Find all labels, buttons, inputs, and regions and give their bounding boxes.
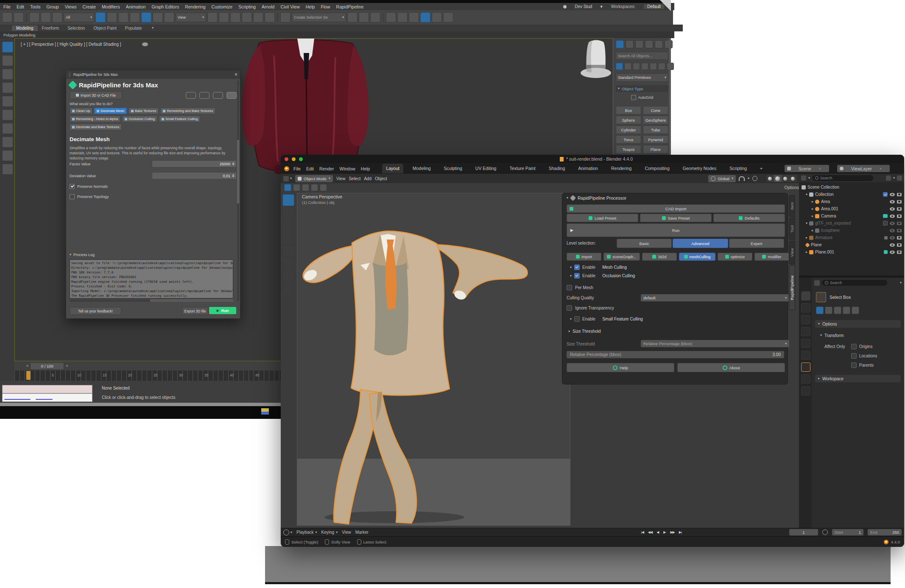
remeshing-holes-button[interactable]: Remeshing - Holes to Alpha [70, 116, 120, 122]
dialog-scrollbar-thumb[interactable] [237, 140, 239, 203]
menu-modifiers[interactable]: Modifiers [102, 4, 120, 9]
torus-button[interactable]: Torus [616, 135, 641, 144]
outliner-row-area001[interactable]: ▸ Area.001 [802, 205, 903, 212]
level-expert-button[interactable]: Expert [729, 239, 784, 248]
expand-icon[interactable]: ▾ [806, 193, 807, 196]
close-traffic-light[interactable] [285, 157, 288, 161]
minimize-traffic-light[interactable] [292, 157, 296, 161]
outliner-row-plane[interactable]: Plane [802, 241, 903, 248]
web-icon[interactable] [213, 92, 223, 99]
expand-icon[interactable]: ▸ [812, 229, 813, 232]
layer-explorer-icon[interactable] [2, 69, 13, 80]
snapshot-icon[interactable] [2, 150, 13, 161]
undo-icon[interactable] [2, 12, 12, 22]
menu-customize[interactable]: Customize [212, 4, 233, 9]
rotate-tool-icon[interactable] [282, 232, 294, 244]
ribbon-collapse-icon[interactable]: ▾ [152, 26, 154, 30]
sequencer-icon[interactable] [311, 184, 318, 191]
exclude-checkbox[interactable] [883, 192, 888, 197]
menu-help[interactable]: Help [306, 4, 315, 9]
ribbon-tab-freeform[interactable]: Freeform [38, 25, 64, 31]
tab-3d2d[interactable]: 3d2d [642, 253, 677, 261]
render-camera-icon[interactable] [897, 215, 902, 218]
outliner-row-scene-collection[interactable]: Scene Collection [802, 184, 903, 191]
cameras-icon[interactable] [641, 63, 648, 70]
tab-sculpting[interactable]: Sculpting [440, 164, 466, 173]
tool-variant-icon[interactable] [816, 307, 824, 314]
properties-nav-icon[interactable] [814, 280, 820, 286]
viewport-menu-view[interactable]: View [336, 176, 346, 181]
menu-arnold[interactable]: Arnold [262, 4, 274, 9]
shading-rendered-button[interactable] [789, 175, 797, 182]
select-and-scale-icon[interactable] [164, 12, 174, 22]
tab-layout[interactable]: Layout [382, 164, 403, 173]
ribbon-tab-modeling[interactable]: Modeling [12, 25, 38, 31]
menu-flow[interactable]: Flow [321, 4, 330, 9]
playback-menu[interactable]: Playback▾ [296, 530, 317, 535]
viewlayer-properties-tab-icon[interactable] [801, 327, 810, 336]
proportional-editing-icon[interactable] [752, 176, 757, 181]
transform-tool-icon[interactable] [282, 258, 294, 270]
material-editor-icon[interactable] [409, 12, 419, 22]
move-tool-icon[interactable] [282, 220, 294, 231]
render-camera-icon[interactable] [897, 229, 902, 232]
render-properties-tab-icon[interactable] [801, 303, 810, 312]
chat-icon[interactable] [186, 92, 196, 99]
align-icon[interactable] [359, 12, 369, 22]
process-log-box[interactable]: Saving asset to file 'c:\programdata\aut… [70, 259, 233, 298]
deviation-value-field[interactable]: 0,01 [152, 172, 237, 179]
tab-shading[interactable]: Shading [545, 164, 569, 173]
outliner-row-icosphere[interactable]: ▸ Icosphere [802, 227, 903, 234]
menu-civil-view[interactable]: Civil View [280, 4, 299, 9]
tab-scenegraph[interactable]: sceneGraph... [603, 253, 640, 261]
transform-section-header[interactable]: ▾ Transform [820, 332, 901, 339]
annotate-tool-icon[interactable] [282, 270, 294, 282]
workspace-section-header[interactable]: ▸ Workspace [815, 375, 901, 382]
active-workspace-icon[interactable] [284, 184, 291, 191]
tab-rendering[interactable]: Rendering [607, 164, 635, 173]
filter-icon[interactable] [886, 176, 891, 181]
menu-edit[interactable]: Edit [306, 166, 314, 171]
expand-icon[interactable]: ▾ [806, 222, 807, 225]
tab-compositing[interactable]: Compositing [641, 164, 673, 173]
bind-to-space-warp-icon[interactable] [52, 12, 62, 22]
enable-occlusion-checkbox[interactable] [574, 273, 580, 279]
spinner-snap-icon[interactable] [265, 12, 275, 22]
select-by-name-icon[interactable] [107, 12, 117, 22]
tool-variant-icon[interactable] [825, 307, 832, 314]
timeline-marker-menu[interactable]: Marker [355, 530, 369, 535]
defaults-button[interactable]: Defaults [713, 214, 785, 222]
utilities-icon[interactable] [2, 123, 13, 134]
cad-import-button[interactable]: CAD Import [567, 204, 785, 213]
tab-animation[interactable]: Animation [574, 164, 602, 173]
create-tab-icon[interactable] [616, 40, 624, 48]
jump-to-end-button[interactable]: ▶| [677, 529, 683, 535]
outliner-row-area[interactable]: ▸ Area [802, 198, 903, 205]
feedback-button[interactable]: Tell us your feedback! [70, 307, 121, 315]
pyramid-button[interactable]: Pyramid [643, 135, 668, 144]
cone-button[interactable]: Cone [643, 106, 668, 114]
geosphere-button[interactable]: GeoSphere [643, 116, 668, 124]
bake-textures-button[interactable]: Bake Textures [128, 108, 159, 114]
plane-button[interactable]: Plane [643, 145, 668, 153]
chevron-down-icon[interactable]: ▾ [893, 176, 895, 180]
compositor-icon[interactable] [302, 184, 309, 191]
box-button[interactable]: Box [616, 106, 641, 114]
ntab-view[interactable]: View [789, 241, 795, 265]
ntab-item[interactable]: Item [789, 195, 795, 217]
angle-snap-icon[interactable] [242, 12, 252, 22]
layer-manager-icon[interactable] [370, 12, 380, 22]
helpers-icon[interactable] [650, 63, 657, 70]
time-slider-value[interactable]: 0 / 100 [30, 362, 64, 370]
modify-tab-icon[interactable] [626, 40, 634, 48]
auto-keyframe-icon[interactable] [822, 529, 828, 535]
suit-model[interactable] [297, 223, 530, 526]
scene-properties-tab-icon[interactable] [801, 339, 810, 348]
tab-modifier[interactable]: modifier [754, 253, 789, 261]
chevron-down-icon[interactable]: ▾ [570, 274, 572, 278]
menu-graph-editors[interactable]: Graph Editors [151, 4, 179, 9]
tab-scripting[interactable]: Scripting [726, 164, 751, 173]
tab-geometry-nodes[interactable]: Geometry Nodes [679, 164, 720, 173]
menu-rendering[interactable]: Rendering [185, 4, 205, 9]
select-link-icon[interactable] [29, 12, 39, 22]
